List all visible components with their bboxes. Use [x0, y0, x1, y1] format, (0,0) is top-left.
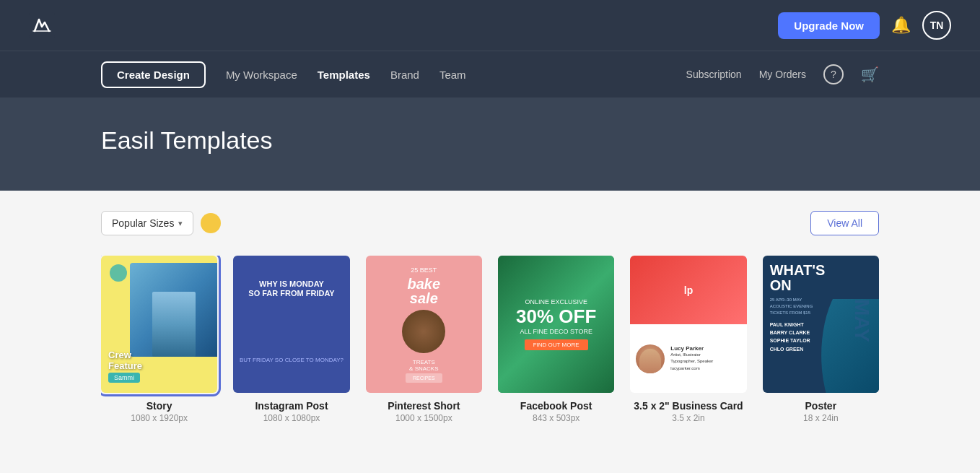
chevron-down-icon: ▾ [178, 219, 183, 228]
navbar: Create Design My Workspace Templates Bra… [0, 51, 980, 97]
header: Upgrade Now 🔔 TN [0, 0, 980, 51]
template-thumb-story[interactable]: CrewFeature Sammi [101, 256, 217, 393]
cart-icon[interactable]: 🛒 [861, 66, 879, 83]
template-card-facebook: ONLINE EXCLUSIVE 30% OFF ALL FINE DECO S… [498, 256, 614, 423]
hero-section: Easil Templates [0, 97, 980, 191]
popular-sizes-label: Popular Sizes [112, 217, 174, 229]
main-content: Popular Sizes ▾ View All CrewFeature Sam… [0, 191, 980, 473]
template-card-story: CrewFeature Sammi Story 1080 x 1920px [101, 256, 217, 423]
template-size-pinterest: 1000 x 1500px [395, 413, 452, 423]
template-name-story: Story [146, 400, 172, 412]
header-right: Upgrade Now 🔔 TN [778, 11, 951, 40]
template-thumb-pinterest[interactable]: 25 BEST bakesale TREATS& SNACKS RECIPES [366, 256, 482, 393]
template-size-facebook: 843 x 503px [533, 413, 579, 423]
help-icon[interactable]: ? [823, 64, 844, 84]
template-size-poster: 18 x 24in [803, 413, 839, 423]
filter-left: Popular Sizes ▾ [101, 211, 221, 235]
my-orders-link[interactable]: My Orders [759, 69, 806, 80]
template-card-instagram: WHY IS MONDAYSO FAR FROM FRIDAY BUT FRID… [233, 256, 349, 423]
template-name-poster: Poster [805, 400, 837, 412]
template-thumb-bizcard[interactable]: lp Lucy Parker Artist, IllustratorTypogr… [630, 256, 746, 393]
nav-left: Create Design My Workspace Templates Bra… [101, 61, 466, 88]
header-left [29, 12, 55, 38]
template-card-pinterest: 25 BEST bakesale TREATS& SNACKS RECIPES … [366, 256, 482, 423]
template-size-bizcard: 3.5 x 2in [672, 413, 704, 423]
template-card-poster: MAY WHAT'S ON 25 APR–30 MAYACOUSTIC EVEN… [763, 256, 879, 423]
template-thumb-poster[interactable]: MAY WHAT'S ON 25 APR–30 MAYACOUSTIC EVEN… [763, 256, 879, 393]
nav-item-brand[interactable]: Brand [390, 69, 419, 81]
template-name-facebook: Facebook Post [520, 400, 592, 412]
template-thumb-facebook[interactable]: ONLINE EXCLUSIVE 30% OFF ALL FINE DECO S… [498, 256, 614, 393]
nav-item-team[interactable]: Team [439, 69, 466, 81]
page-title: Easil Templates [101, 126, 879, 155]
template-size-story: 1080 x 1920px [131, 413, 188, 423]
nav-item-templates[interactable]: Templates [318, 69, 370, 81]
template-size-instagram: 1080 x 1080px [263, 413, 320, 423]
template-card-bizcard: lp Lucy Parker Artist, IllustratorTypogr… [630, 256, 746, 423]
nav-right: Subscription My Orders ? 🛒 [686, 64, 879, 84]
bell-icon[interactable]: 🔔 [891, 16, 911, 35]
template-name-instagram: Instagram Post [255, 400, 328, 412]
create-design-button[interactable]: Create Design [101, 61, 206, 88]
avatar[interactable]: TN [922, 11, 951, 40]
popular-sizes-dropdown[interactable]: Popular Sizes ▾ [101, 211, 193, 235]
subscription-link[interactable]: Subscription [686, 69, 742, 80]
template-thumb-instagram[interactable]: WHY IS MONDAYSO FAR FROM FRIDAY BUT FRID… [233, 256, 349, 393]
template-name-pinterest: Pinterest Short [388, 400, 460, 412]
template-name-bizcard: 3.5 x 2" Business Card [634, 400, 743, 412]
logo-icon [29, 12, 55, 38]
view-all-button[interactable]: View All [810, 211, 879, 235]
filter-bar: Popular Sizes ▾ View All [101, 211, 879, 235]
template-grid: CrewFeature Sammi Story 1080 x 1920px WH… [101, 256, 879, 423]
filter-color-indicator[interactable] [201, 213, 221, 233]
upgrade-button[interactable]: Upgrade Now [778, 12, 880, 39]
nav-item-workspace[interactable]: My Workspace [226, 69, 297, 81]
